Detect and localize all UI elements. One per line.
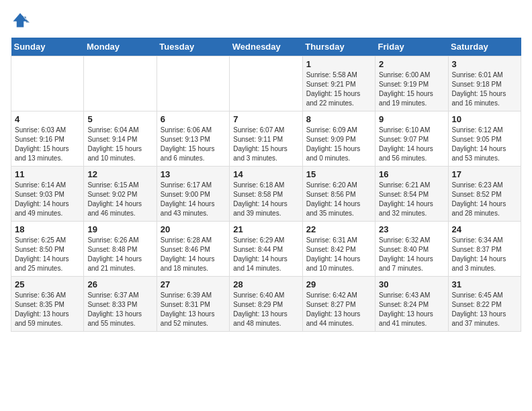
day-number: 17 xyxy=(452,169,517,179)
day-info: Sunrise: 6:21 AM Sunset: 8:54 PM Dayligh… xyxy=(379,181,444,218)
day-info: Sunrise: 6:06 AM Sunset: 9:13 PM Dayligh… xyxy=(161,126,226,163)
header-thursday: Thursday xyxy=(302,38,375,56)
calendar-cell: 3Sunrise: 6:01 AM Sunset: 9:18 PM Daylig… xyxy=(448,56,521,111)
calendar-cell: 23Sunrise: 6:32 AM Sunset: 8:40 PM Dayli… xyxy=(375,222,448,277)
day-info: Sunrise: 6:25 AM Sunset: 8:50 PM Dayligh… xyxy=(15,236,80,273)
day-info: Sunrise: 6:37 AM Sunset: 8:33 PM Dayligh… xyxy=(87,291,152,328)
day-info: Sunrise: 6:42 AM Sunset: 8:27 PM Dayligh… xyxy=(306,291,371,328)
calendar-cell: 19Sunrise: 6:26 AM Sunset: 8:48 PM Dayli… xyxy=(84,222,157,277)
calendar-week-row: 1Sunrise: 5:58 AM Sunset: 9:21 PM Daylig… xyxy=(11,56,521,111)
day-number: 10 xyxy=(452,114,517,124)
day-info: Sunrise: 6:17 AM Sunset: 9:00 PM Dayligh… xyxy=(161,181,226,218)
calendar-cell: 28Sunrise: 6:40 AM Sunset: 8:29 PM Dayli… xyxy=(230,277,302,332)
header-saturday: Saturday xyxy=(448,38,521,56)
calendar-cell: 26Sunrise: 6:37 AM Sunset: 8:33 PM Dayli… xyxy=(84,277,157,332)
calendar-header-row: SundayMondayTuesdayWednesdayThursdayFrid… xyxy=(11,38,521,56)
day-info: Sunrise: 6:28 AM Sunset: 8:46 PM Dayligh… xyxy=(161,236,226,273)
day-info: Sunrise: 6:04 AM Sunset: 9:14 PM Dayligh… xyxy=(87,126,152,163)
day-info: Sunrise: 6:01 AM Sunset: 9:18 PM Dayligh… xyxy=(452,71,517,108)
day-info: Sunrise: 6:32 AM Sunset: 8:40 PM Dayligh… xyxy=(379,236,444,273)
day-number: 14 xyxy=(233,169,298,179)
day-info: Sunrise: 6:10 AM Sunset: 9:07 PM Dayligh… xyxy=(379,126,444,163)
calendar-cell: 25Sunrise: 6:36 AM Sunset: 8:35 PM Dayli… xyxy=(11,277,84,332)
day-number: 4 xyxy=(15,114,80,124)
day-info: Sunrise: 6:00 AM Sunset: 9:19 PM Dayligh… xyxy=(379,71,444,108)
day-info: Sunrise: 6:43 AM Sunset: 8:24 PM Dayligh… xyxy=(379,291,444,328)
calendar-cell: 27Sunrise: 6:39 AM Sunset: 8:31 PM Dayli… xyxy=(157,277,229,332)
calendar-week-row: 11Sunrise: 6:14 AM Sunset: 9:03 PM Dayli… xyxy=(11,167,521,222)
calendar-cell: 18Sunrise: 6:25 AM Sunset: 8:50 PM Dayli… xyxy=(11,222,84,277)
day-info: Sunrise: 6:45 AM Sunset: 8:22 PM Dayligh… xyxy=(452,291,517,328)
day-number: 22 xyxy=(306,224,371,234)
day-number: 1 xyxy=(306,59,371,69)
day-number: 12 xyxy=(87,169,152,179)
header-wednesday: Wednesday xyxy=(230,38,302,56)
day-info: Sunrise: 6:39 AM Sunset: 8:31 PM Dayligh… xyxy=(161,291,226,328)
day-info: Sunrise: 6:29 AM Sunset: 8:44 PM Dayligh… xyxy=(233,236,298,273)
day-info: Sunrise: 6:20 AM Sunset: 8:56 PM Dayligh… xyxy=(306,181,371,218)
day-number: 26 xyxy=(87,279,152,289)
day-number: 25 xyxy=(15,279,80,289)
day-number: 21 xyxy=(233,224,298,234)
calendar-cell: 8Sunrise: 6:09 AM Sunset: 9:09 PM Daylig… xyxy=(302,111,375,167)
calendar-cell: 9Sunrise: 6:10 AM Sunset: 9:07 PM Daylig… xyxy=(375,111,448,167)
calendar-cell: 15Sunrise: 6:20 AM Sunset: 8:56 PM Dayli… xyxy=(302,167,375,222)
header-tuesday: Tuesday xyxy=(157,38,229,56)
calendar-cell: 21Sunrise: 6:29 AM Sunset: 8:44 PM Dayli… xyxy=(230,222,302,277)
calendar-week-row: 18Sunrise: 6:25 AM Sunset: 8:50 PM Dayli… xyxy=(11,222,521,277)
day-number: 29 xyxy=(306,279,371,289)
day-number: 20 xyxy=(161,224,226,234)
day-number: 11 xyxy=(15,169,80,179)
calendar-cell: 1Sunrise: 5:58 AM Sunset: 9:21 PM Daylig… xyxy=(302,56,375,111)
calendar-cell: 11Sunrise: 6:14 AM Sunset: 9:03 PM Dayli… xyxy=(11,167,84,222)
day-number: 18 xyxy=(15,224,80,234)
calendar-cell: 24Sunrise: 6:34 AM Sunset: 8:37 PM Dayli… xyxy=(448,222,521,277)
day-info: Sunrise: 5:58 AM Sunset: 9:21 PM Dayligh… xyxy=(306,71,371,108)
day-info: Sunrise: 6:12 AM Sunset: 9:05 PM Dayligh… xyxy=(452,126,517,163)
svg-marker-0 xyxy=(13,13,28,28)
calendar-cell: 31Sunrise: 6:45 AM Sunset: 8:22 PM Dayli… xyxy=(448,277,521,332)
day-number: 30 xyxy=(379,279,444,289)
day-info: Sunrise: 6:34 AM Sunset: 8:37 PM Dayligh… xyxy=(452,236,517,273)
header-friday: Friday xyxy=(375,38,448,56)
day-number: 23 xyxy=(379,224,444,234)
logo xyxy=(11,11,32,30)
day-info: Sunrise: 6:26 AM Sunset: 8:48 PM Dayligh… xyxy=(87,236,152,273)
calendar-cell: 22Sunrise: 6:31 AM Sunset: 8:42 PM Dayli… xyxy=(302,222,375,277)
calendar-cell: 6Sunrise: 6:06 AM Sunset: 9:13 PM Daylig… xyxy=(157,111,229,167)
day-info: Sunrise: 6:23 AM Sunset: 8:52 PM Dayligh… xyxy=(452,181,517,218)
day-number: 2 xyxy=(379,59,444,69)
day-info: Sunrise: 6:07 AM Sunset: 9:11 PM Dayligh… xyxy=(233,126,298,163)
day-number: 24 xyxy=(452,224,517,234)
day-number: 27 xyxy=(161,279,226,289)
day-number: 7 xyxy=(233,114,298,124)
calendar-table: SundayMondayTuesdayWednesdayThursdayFrid… xyxy=(11,38,521,332)
day-number: 19 xyxy=(87,224,152,234)
calendar-cell: 14Sunrise: 6:18 AM Sunset: 8:58 PM Dayli… xyxy=(230,167,302,222)
calendar-cell: 17Sunrise: 6:23 AM Sunset: 8:52 PM Dayli… xyxy=(448,167,521,222)
day-info: Sunrise: 6:03 AM Sunset: 9:16 PM Dayligh… xyxy=(15,126,80,163)
page-header xyxy=(11,11,521,30)
calendar-cell: 29Sunrise: 6:42 AM Sunset: 8:27 PM Dayli… xyxy=(302,277,375,332)
calendar-cell xyxy=(157,56,229,111)
day-number: 15 xyxy=(306,169,371,179)
day-number: 8 xyxy=(306,114,371,124)
header-sunday: Sunday xyxy=(11,38,84,56)
day-info: Sunrise: 6:14 AM Sunset: 9:03 PM Dayligh… xyxy=(15,181,80,218)
day-number: 13 xyxy=(161,169,226,179)
day-number: 3 xyxy=(452,59,517,69)
day-number: 31 xyxy=(452,279,517,289)
calendar-cell: 20Sunrise: 6:28 AM Sunset: 8:46 PM Dayli… xyxy=(157,222,229,277)
day-number: 16 xyxy=(379,169,444,179)
day-info: Sunrise: 6:09 AM Sunset: 9:09 PM Dayligh… xyxy=(306,126,371,163)
calendar-cell: 30Sunrise: 6:43 AM Sunset: 8:24 PM Dayli… xyxy=(375,277,448,332)
calendar-week-row: 4Sunrise: 6:03 AM Sunset: 9:16 PM Daylig… xyxy=(11,111,521,167)
calendar-cell: 10Sunrise: 6:12 AM Sunset: 9:05 PM Dayli… xyxy=(448,111,521,167)
logo-icon xyxy=(11,11,30,30)
calendar-cell xyxy=(230,56,302,111)
calendar-week-row: 25Sunrise: 6:36 AM Sunset: 8:35 PM Dayli… xyxy=(11,277,521,332)
day-info: Sunrise: 6:18 AM Sunset: 8:58 PM Dayligh… xyxy=(233,181,298,218)
calendar-cell: 4Sunrise: 6:03 AM Sunset: 9:16 PM Daylig… xyxy=(11,111,84,167)
day-info: Sunrise: 6:15 AM Sunset: 9:02 PM Dayligh… xyxy=(87,181,152,218)
calendar-cell: 2Sunrise: 6:00 AM Sunset: 9:19 PM Daylig… xyxy=(375,56,448,111)
